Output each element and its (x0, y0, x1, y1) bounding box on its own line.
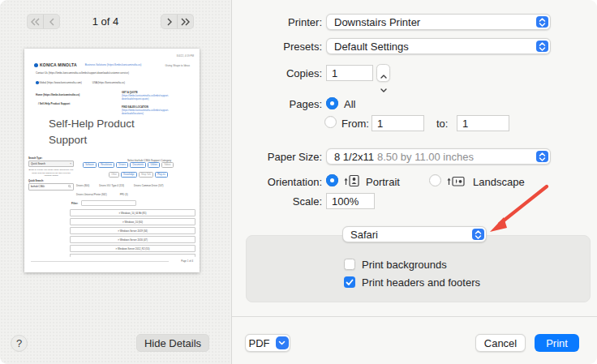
preview-pane: 1 of 4 8/4/22, 4:19 PM KONICA MINOLTA Bu… (0, 0, 231, 364)
category-button: Drivers (116, 162, 128, 168)
search-type-label: Search Type: (28, 156, 74, 160)
driver-stats-row1: Drivers (800) Drivers V4 / Type 4 (113) … (76, 184, 164, 187)
copies-input[interactable]: 1 (326, 65, 373, 81)
preview-global-link: Global (https://www.konicaminolta.com) U… (36, 81, 125, 84)
quick-search-label: Quick Search: (28, 179, 74, 182)
list-item-partial (70, 254, 195, 257)
category-button: Documents (130, 162, 146, 168)
magnifier-icon (68, 185, 71, 189)
scale-label: Scale: (229, 195, 322, 208)
document-preview-page: 8/4/22, 4:19 PM KONICA MINOLTA Business … (24, 49, 200, 272)
pages-label: Pages: (229, 98, 322, 110)
landscape-orientation-icon (446, 175, 466, 191)
caret-icon: ÷ (70, 162, 71, 165)
preview-business-link: Business Solutions (https://kmbs.konicam… (85, 63, 142, 66)
footer-divider (232, 316, 597, 317)
filter-input (81, 200, 136, 206)
pages-all-radio[interactable] (326, 97, 338, 109)
preview-sidebar: Search Type: Quick Search ÷ Begin by typ… (28, 156, 74, 191)
category-button: Shop Talk (139, 172, 153, 178)
help-button[interactable]: ? (11, 335, 28, 352)
app-section-dropdown[interactable]: Safari (342, 226, 487, 242)
up-down-chevrons-icon (536, 41, 548, 52)
last-page-button[interactable] (177, 15, 193, 28)
pager-forward-group (161, 14, 194, 29)
list-item: > Windows_10_64 Bit (81) (70, 209, 195, 216)
category-button: Videos (161, 162, 174, 168)
preview-title: Self-Help Product Support (49, 116, 146, 148)
preview-tagline: Giving Shape to Ideas (165, 64, 190, 67)
preview-timestamp: 8/4/22, 4:19 PM (177, 54, 194, 58)
print-headers-checkbox[interactable] (344, 276, 355, 288)
category-button: Other (109, 172, 119, 178)
orientation-portrait-radio[interactable] (326, 174, 338, 186)
list-item: > Windows Server 2016 (47) (70, 236, 195, 243)
orientation-landscape-radio[interactable] (429, 174, 441, 186)
pages-from-radio[interactable] (324, 116, 337, 128)
pages-to-input[interactable]: 1 (457, 115, 509, 131)
hide-details-button[interactable]: Hide Details (136, 334, 209, 352)
pages-to-label: to: (436, 118, 448, 130)
presets-label: Presets: (229, 41, 322, 53)
chevron-left-icon (49, 15, 55, 29)
red-annotation-arrow (477, 182, 554, 240)
portrait-orientation-icon (343, 174, 361, 191)
up-down-chevrons-icon (536, 16, 548, 28)
pages-from-label: From: (341, 118, 369, 130)
print-headers-label: Print headers and footers (362, 276, 480, 289)
double-chevron-right-icon (180, 15, 191, 29)
globe-icon (36, 81, 39, 84)
konica-minolta-logo-icon (34, 63, 38, 67)
scale-input[interactable]: 100% (326, 193, 375, 209)
copies-label: Copies: (229, 67, 322, 79)
printer-label: Printer: (229, 16, 322, 28)
print-backgrounds-checkbox[interactable] (344, 259, 355, 270)
list-item: > Windows Server 2012_R2 (55) (70, 245, 195, 252)
chevron-down-icon (276, 336, 289, 349)
paper-size-label: Paper Size: (229, 151, 322, 163)
list-item: > Windows_10 (60) (70, 218, 195, 225)
checkmark-icon (346, 275, 354, 289)
preview-footer-page: Page 1 of 4 (181, 259, 193, 263)
preview-contact-link: Contact Us (https://kmbs.konicaminolta.u… (36, 71, 129, 75)
preview-brand: KONICA MINOLTA (40, 62, 77, 67)
print-backgrounds-label: Print backgrounds (362, 259, 447, 271)
sidebar-help-text: Begin by typing your model name and sele… (28, 169, 74, 177)
pager-back-group (27, 14, 60, 29)
double-chevron-left-icon (30, 15, 41, 29)
presets-dropdown[interactable]: Default Settings (326, 38, 551, 54)
up-down-chevrons-icon (536, 151, 548, 162)
paper-size-detail: 8.50 by 11.00 inches (377, 151, 474, 163)
paper-size-dropdown[interactable]: 8 1/2x11 8.50 by 11.00 inches (326, 148, 551, 165)
driver-stats-row2: Drivers Universal Printer (842) PPD (3) (76, 193, 128, 196)
print-button[interactable]: Print (535, 334, 579, 352)
print-dialog: 1 of 4 8/4/22, 4:19 PM KONICA MINOLTA Bu… (0, 0, 597, 364)
pages-all-label: All (344, 98, 355, 110)
copies-stepper[interactable] (376, 64, 390, 82)
preview-breadcrumb: / Self-Help Product Support (38, 102, 70, 105)
printer-dropdown[interactable]: Downstairs Printer (326, 14, 551, 30)
cancel-button[interactable]: Cancel (475, 334, 526, 352)
preview-brand-row: KONICA MINOLTA Business Solutions (https… (34, 62, 141, 67)
page-indicator: 1 of 4 (73, 15, 138, 28)
preview-sales-block: FIND SALES LOCATION (https://kmbs.konica… (122, 105, 169, 115)
category-buttons-row2: Other Knowledge Shop Talk Plug-ins (109, 172, 168, 178)
preview-home-link: Home (https://kmbs.konicaminolta.us) (36, 93, 79, 96)
next-page-button[interactable] (161, 15, 177, 28)
chevron-right-icon (166, 15, 173, 29)
preview-quote-block: GET A QUOTE (https://kmbs.konicaminolta.… (122, 91, 169, 101)
pdf-dropdown-button[interactable]: PDF (245, 334, 290, 352)
question-mark-icon: ? (16, 337, 22, 349)
filter-label: Filter: (71, 202, 78, 205)
portrait-label: Portrait (366, 176, 400, 188)
pages-from-input[interactable]: 1 (372, 115, 424, 131)
category-button: Knowledge (121, 172, 137, 178)
list-item: > Windows Server 2019 (34) (70, 227, 195, 234)
category-button: Software (83, 162, 97, 168)
previous-page-button[interactable] (43, 15, 59, 28)
chevron-up-icon (380, 67, 387, 82)
orientation-label: Orientation: (229, 176, 322, 188)
preview-footer-url (31, 261, 169, 262)
category-buttons-row1: Software Resolutions Drivers Documents U… (83, 162, 174, 168)
first-page-button[interactable] (28, 15, 43, 28)
